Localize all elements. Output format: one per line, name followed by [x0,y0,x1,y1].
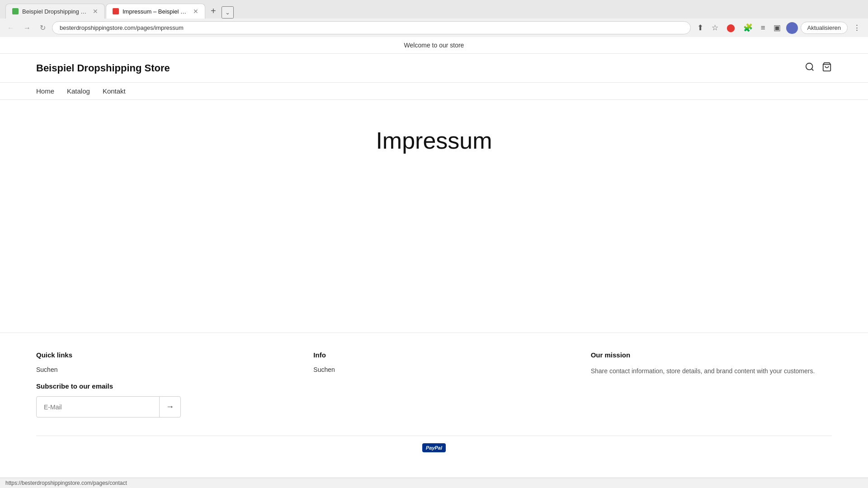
tab-2[interactable]: Impressum – Beispiel Dropship... ✕ [106,4,205,19]
paypal-icon: PayPal [422,443,446,452]
email-input[interactable] [37,398,159,416]
info-title: Info [313,351,554,359]
cart-button[interactable] [822,62,832,74]
info-suchen[interactable]: Suchen [313,366,554,373]
subscribe-section: Subscribe to our emails → [36,382,277,418]
store-header: Beispiel Dropshipping Store [0,54,868,83]
bottom-bar: PayPal [36,436,832,460]
tab-1-close[interactable]: ✕ [93,8,98,15]
tab-1-title: Beispiel Dropshipping Store -... [22,8,87,15]
subscribe-title: Subscribe to our emails [36,382,277,390]
opera-icon[interactable]: ⬤ [724,21,738,34]
extensions-button[interactable]: 🧩 [741,21,755,34]
menu-button[interactable]: ≡ [758,22,768,34]
update-button[interactable]: Aktualisieren [801,22,848,34]
mission-text: Share contact information, store details… [591,366,832,376]
footer-info: Info Suchen [313,351,554,418]
nav-katalog[interactable]: Katalog [67,87,90,95]
quick-links-suchen[interactable]: Suchen [36,366,277,373]
svg-point-0 [806,63,813,70]
sidebar-button[interactable]: ▣ [771,21,783,34]
status-url: https://besterdropshippingstore.com/page… [5,480,127,486]
tab-2-title: Impressum – Beispiel Dropship... [123,8,188,15]
mission-title: Our mission [591,351,832,359]
store-logo[interactable]: Beispiel Dropshipping Store [36,62,170,74]
footer-quick-links: Quick links Suchen Subscribe to our emai… [36,351,277,418]
share-button[interactable]: ⬆ [694,21,706,34]
more-button[interactable]: ⋮ [850,21,863,34]
back-button[interactable]: ← [5,22,17,34]
tabs-expand-button[interactable]: ⌄ [222,6,234,19]
email-submit-button[interactable]: → [159,397,180,417]
announcement-bar: Welcome to our store [0,37,868,54]
tab-2-favicon [113,8,119,14]
page-title: Impressum [36,127,832,154]
quick-links-title: Quick links [36,351,277,359]
footer-mission: Our mission Share contact information, s… [591,351,832,418]
search-button[interactable] [805,62,815,74]
nav-kontakt[interactable]: Kontakt [103,87,126,95]
new-tab-button[interactable]: + [206,4,221,18]
announcement-text: Welcome to our store [404,42,464,49]
tab-2-close[interactable]: ✕ [193,8,198,15]
address-url: besterdropshippingstore.com/pages/impres… [60,24,184,31]
email-form: → [36,396,181,418]
nav-home[interactable]: Home [36,87,54,95]
address-bar[interactable]: besterdropshippingstore.com/pages/impres… [52,21,691,34]
status-bar: https://besterdropshippingstore.com/page… [0,478,868,488]
main-nav: Home Katalog Kontakt [0,83,868,100]
footer: Quick links Suchen Subscribe to our emai… [0,333,868,478]
forward-button[interactable]: → [21,22,33,34]
reload-button[interactable]: ↻ [37,22,48,34]
main-content: Impressum [0,100,868,333]
tab-1[interactable]: Beispiel Dropshipping Store -... ✕ [5,4,105,19]
bookmark-button[interactable]: ☆ [709,21,721,34]
user-avatar[interactable] [786,22,798,34]
svg-line-1 [811,69,813,70]
tab-1-favicon [12,8,19,14]
